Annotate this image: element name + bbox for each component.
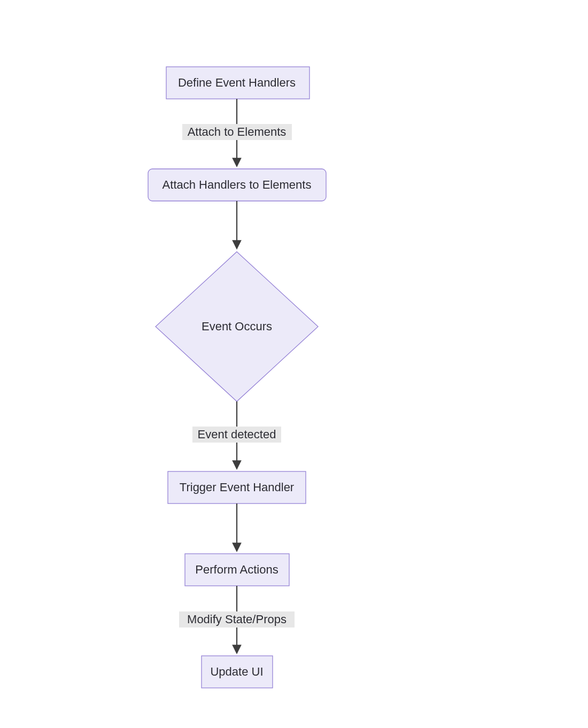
edge-perform-update: Modify State/Props	[179, 586, 295, 653]
node-perform-label: Perform Actions	[195, 563, 278, 576]
node-event: Event Occurs	[156, 252, 318, 401]
node-event-label: Event Occurs	[202, 320, 272, 333]
edge-perform-update-label: Modify State/Props	[187, 613, 287, 626]
node-trigger-label: Trigger Event Handler	[180, 481, 294, 494]
edge-define-attach-label: Attach to Elements	[188, 125, 287, 138]
node-attach: Attach Handlers to Elements	[148, 169, 326, 201]
flowchart-canvas: Define Event Handlers Attach to Elements…	[0, 0, 588, 728]
node-attach-label: Attach Handlers to Elements	[163, 178, 312, 191]
node-update: Update UI	[202, 656, 273, 688]
node-trigger: Trigger Event Handler	[168, 471, 306, 504]
node-update-label: Update UI	[210, 665, 263, 678]
edge-event-trigger-label: Event detected	[198, 428, 276, 441]
node-define: Define Event Handlers	[166, 67, 310, 99]
edge-event-trigger: Event detected	[192, 401, 281, 468]
node-perform: Perform Actions	[185, 554, 289, 586]
edge-define-attach: Attach to Elements	[182, 99, 292, 166]
node-define-label: Define Event Handlers	[178, 76, 296, 89]
